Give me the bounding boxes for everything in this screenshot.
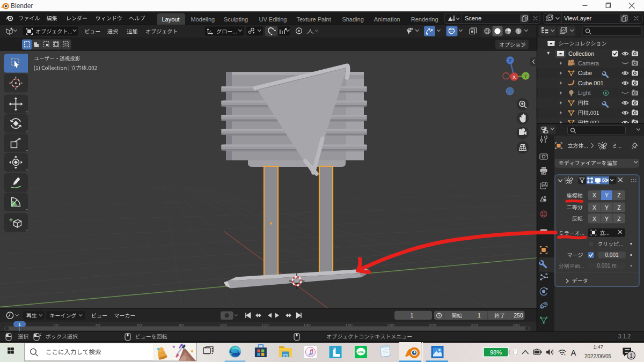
svg-text:LINE: LINE — [358, 350, 364, 353]
svg-text:Animation: Animation — [374, 16, 400, 23]
svg-text:0.001 m: 0.001 m — [597, 263, 616, 269]
svg-text:Sculpting: Sculpting — [224, 16, 248, 23]
svg-text:1: 1 — [478, 312, 481, 319]
svg-text:X: X — [592, 192, 596, 198]
svg-text:Modeling: Modeling — [191, 16, 215, 23]
svg-text:98%: 98% — [490, 349, 502, 356]
svg-text:A: A — [571, 348, 576, 357]
svg-text:0.001: 0.001 — [605, 252, 618, 258]
svg-text:Scene: Scene — [465, 15, 481, 21]
svg-text:Z: Z — [509, 58, 512, 63]
svg-text:Texture Paint: Texture Paint — [297, 16, 331, 23]
svg-text:X: X — [592, 204, 596, 211]
svg-text:1: 1 — [18, 322, 21, 327]
svg-text:Light: Light — [578, 90, 591, 96]
svg-text:Collection: Collection — [568, 50, 594, 57]
svg-text:ViewLayer: ViewLayer — [564, 15, 591, 21]
svg-text:Shading: Shading — [342, 16, 363, 23]
svg-text:Cube.001: Cube.001 — [578, 80, 604, 86]
svg-text:Y: Y — [605, 192, 609, 198]
svg-text:Z: Z — [617, 204, 621, 211]
svg-text:250: 250 — [514, 312, 523, 319]
svg-text:Camera: Camera — [578, 60, 599, 67]
svg-text:X: X — [592, 216, 596, 222]
svg-text:Y: Y — [605, 216, 609, 222]
svg-text:Rendering: Rendering — [411, 16, 438, 23]
svg-text:3.1.2: 3.1.2 — [618, 333, 631, 339]
svg-text:2022/06/05: 2022/06/05 — [584, 353, 611, 359]
svg-text:Z: Z — [617, 192, 621, 198]
svg-text:Layout: Layout — [162, 16, 180, 23]
svg-text:1: 1 — [630, 353, 633, 359]
svg-text:1:47: 1:47 — [594, 344, 604, 350]
svg-text:Y: Y — [524, 73, 527, 79]
svg-text:Blender: Blender — [11, 2, 33, 10]
svg-text:Z: Z — [617, 216, 621, 222]
svg-text:UV Editing: UV Editing — [259, 16, 287, 23]
svg-text:X: X — [513, 75, 516, 80]
svg-text:Cube: Cube — [578, 70, 592, 76]
svg-text:Y: Y — [605, 204, 609, 211]
svg-text:1: 1 — [411, 312, 414, 319]
